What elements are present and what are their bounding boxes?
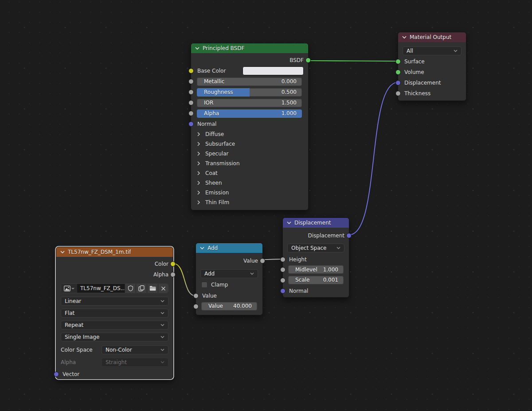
color-space-dropdown[interactable]: Non-Color [102,345,168,354]
ior-slider[interactable]: IOR 1.500 [197,99,302,107]
fake-user-button[interactable] [125,284,136,293]
chevron-down-icon[interactable] [60,251,65,253]
socket-value-input-2[interactable] [193,304,199,309]
socket-height-input[interactable] [280,257,286,262]
duplicate-button[interactable] [136,284,147,293]
node-displacement[interactable]: Displacement Displacement Object Space H… [282,217,349,298]
copy-icon [138,285,145,291]
chevron-down-icon [336,247,340,249]
link-add-to-height [263,259,282,260]
base-color-swatch[interactable] [243,66,304,75]
projection-dropdown[interactable]: Flat [61,309,168,318]
socket-midlevel-input[interactable] [280,267,286,272]
section-coat[interactable]: Coat [191,168,308,178]
alpha-mode-dropdown[interactable]: Straight [102,358,168,367]
chevron-right-icon [197,200,200,205]
row-base-color: Base Color [191,66,308,76]
row-metallic: Metallic 0.000 [191,76,308,87]
value-slider[interactable]: Value 40.000 [201,302,257,310]
math-operation-dropdown[interactable]: Add [200,269,258,278]
section-emission[interactable]: Emission [191,188,308,198]
row-surface: Surface [398,56,466,67]
chevron-down-icon [160,312,164,314]
socket-value-output[interactable] [260,258,265,264]
row-vector: Vector [56,369,173,380]
section-thin-film[interactable]: Thin Film [191,198,308,207]
chevron-right-icon [197,161,200,166]
socket-volume-input[interactable] [395,70,401,75]
section-specular[interactable]: Specular [191,149,308,159]
socket-alpha-output[interactable] [170,272,176,277]
chevron-down-icon [160,300,164,302]
socket-value-input-1[interactable] [193,293,199,299]
node-math-add[interactable]: Add Value Add Clamp Value Value 40.000 [196,243,263,315]
output-row-alpha: Alpha [56,269,173,280]
socket-vector-input[interactable] [54,372,59,377]
row-value-input1: Value [196,291,262,301]
image-name-field[interactable]: TL57nw_FZ_DS... [77,284,125,293]
extension-dropdown[interactable]: Repeat [61,321,168,330]
node-principled-bsdf[interactable]: Principled BSDF BSDF Base Color Metallic… [191,43,309,210]
chevron-right-icon [197,151,200,156]
chevron-down-icon [160,324,164,326]
chevron-down-icon[interactable] [200,247,204,249]
socket-displacement-input[interactable] [395,80,401,85]
output-row-bsdf: BSDF [191,55,308,66]
image-id-row: TL57nw_FZ_DS... [61,283,168,293]
socket-ior-input[interactable] [188,100,194,105]
chevron-down-icon[interactable] [195,47,200,50]
roughness-slider[interactable]: Roughness 0.500 [197,88,302,97]
socket-bsdf-output[interactable] [305,58,311,63]
chevron-down-icon[interactable] [287,221,291,224]
chevron-down-icon [71,287,74,290]
socket-surface-input[interactable] [395,59,401,64]
node-header-principled[interactable]: Principled BSDF [191,43,308,53]
row-ior: IOR 1.500 [191,97,308,108]
midlevel-slider[interactable]: Midlevel 1.000 [288,265,344,274]
section-sheen[interactable]: Sheen [191,178,308,188]
socket-roughness-input[interactable] [188,89,194,95]
socket-base-color-input[interactable] [188,68,194,74]
output-target-dropdown[interactable]: All [403,47,462,55]
metallic-slider[interactable]: Metallic 0.000 [197,78,302,86]
socket-displacement-output[interactable] [346,233,352,238]
node-header-material-output[interactable]: Material Output [398,32,466,42]
node-title: TL57nw_FZ_DSM_1m.tif [68,249,131,255]
link-color-to-add-value [173,264,196,296]
node-header-image-texture[interactable]: TL57nw_FZ_DSM_1m.tif [56,247,173,257]
unlink-button[interactable] [158,284,168,293]
socket-thickness-input[interactable] [395,91,401,96]
row-thickness: Thickness [398,88,466,99]
displacement-space-dropdown[interactable]: Object Space [287,244,344,252]
node-header-add[interactable]: Add [196,243,262,253]
interpolation-dropdown[interactable]: Linear [61,297,168,306]
folder-icon [149,286,156,291]
socket-scale-input[interactable] [280,278,286,283]
socket-color-output[interactable] [170,261,176,267]
socket-metallic-input[interactable] [188,79,194,84]
section-transmission[interactable]: Transmission [191,159,308,168]
link-bsdf-to-surface [309,61,398,61]
chevron-right-icon [197,142,200,146]
clamp-checkbox[interactable] [201,282,207,288]
chevron-down-icon [160,361,164,364]
source-dropdown[interactable]: Single Image [61,333,168,341]
row-normal: Normal [191,119,308,129]
chevron-down-icon [160,336,164,338]
socket-alpha-input[interactable] [188,111,194,116]
node-header-displacement[interactable]: Displacement [283,218,349,228]
row-height: Height [283,254,349,265]
socket-disp-normal-input[interactable] [280,288,286,294]
open-image-button[interactable] [147,284,158,293]
node-editor-canvas[interactable]: Principled BSDF BSDF Base Color Metallic… [0,0,532,411]
socket-normal-input[interactable] [188,121,194,127]
image-browse-button[interactable] [61,284,77,293]
node-material-output[interactable]: Material Output All Surface Volume Displ… [398,32,466,101]
row-color-space: Color Space Non-Color [56,345,173,354]
chevron-down-icon[interactable] [402,36,407,39]
scale-slider[interactable]: Scale 0.001 [288,276,344,284]
section-subsurface[interactable]: Subsurface [191,139,308,149]
section-diffuse[interactable]: Diffuse [191,129,308,139]
node-image-texture[interactable]: TL57nw_FZ_DSM_1m.tif Color Alpha TL57nw_… [56,247,173,379]
alpha-slider[interactable]: Alpha 1.000 [197,109,302,118]
